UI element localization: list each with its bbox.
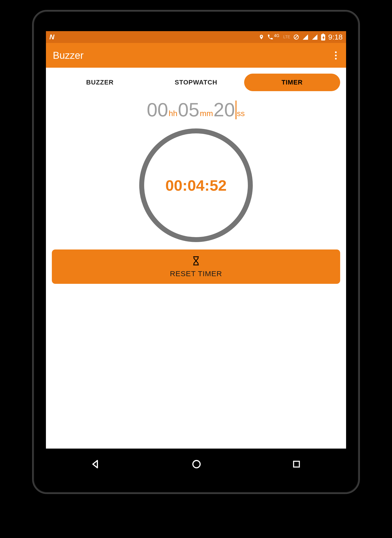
tab-timer[interactable]: TIMER <box>244 74 340 91</box>
battery-charging-icon <box>321 34 325 41</box>
overflow-menu-button[interactable] <box>333 49 339 62</box>
nav-recent-button[interactable] <box>292 459 301 469</box>
text-cursor <box>235 101 236 119</box>
reset-timer-label: RESET TIMER <box>170 269 222 278</box>
location-icon <box>259 34 264 41</box>
status-time: 9:18 <box>328 33 343 41</box>
android-n-logo-icon: N <box>49 33 54 41</box>
timer-seconds-unit: ss <box>237 109 245 121</box>
tab-buzzer[interactable]: BUZZER <box>52 74 148 91</box>
screen: N 4G LTE <box>46 31 346 449</box>
timer-hours-unit: hh <box>169 109 177 121</box>
svg-point-2 <box>193 460 200 468</box>
hourglass-icon <box>191 255 201 268</box>
no-sim-icon <box>293 34 299 40</box>
app-bar: Buzzer <box>46 43 346 68</box>
timer-minutes-unit: mm <box>200 109 213 121</box>
svg-rect-3 <box>294 461 299 467</box>
tab-stopwatch[interactable]: STOPWATCH <box>148 74 244 91</box>
app-title: Buzzer <box>53 50 84 61</box>
signal-icon-2 <box>312 34 318 40</box>
timer-hours-value: 00 <box>147 99 168 121</box>
network-4g-label: 4G <box>274 34 279 38</box>
nav-home-button[interactable] <box>191 459 202 470</box>
timer-minutes-value: 05 <box>178 99 199 121</box>
tab-bar: BUZZER STOPWATCH TIMER <box>46 68 346 94</box>
nav-back-button[interactable] <box>91 459 101 470</box>
timer-remaining-value: 00:04:52 <box>165 177 227 194</box>
status-bar: N 4G LTE <box>46 31 346 43</box>
signal-icon <box>302 34 309 40</box>
network-lte-label: LTE <box>283 35 290 39</box>
reset-timer-button[interactable]: RESET TIMER <box>52 249 340 284</box>
timer-progress-wrap: 00:04:52 <box>46 128 346 242</box>
timer-progress-circle[interactable]: 00:04:52 <box>139 128 253 242</box>
svg-line-1 <box>295 36 298 39</box>
phone-4g-icon: 4G <box>267 34 279 40</box>
timer-duration-input[interactable]: 00 hh 05 mm 20 ss <box>46 99 346 121</box>
android-nav-bar <box>46 451 346 478</box>
tablet-frame: N 4G LTE <box>32 10 360 494</box>
timer-seconds-value: 20 <box>214 99 235 121</box>
